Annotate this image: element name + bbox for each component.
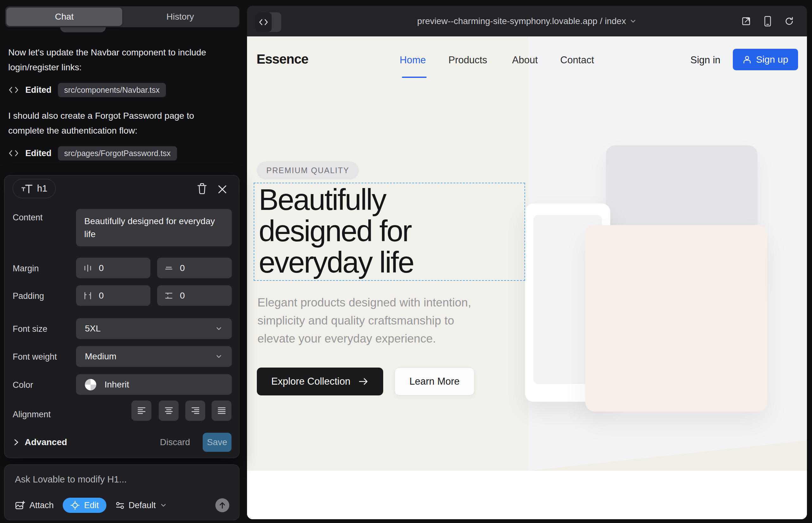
nav-link-contact[interactable]: Contact bbox=[560, 54, 594, 66]
align-center-button[interactable] bbox=[159, 400, 179, 421]
edited-file-row: Edited src/components/Navbar.tsx bbox=[8, 83, 166, 97]
chevron-down-icon bbox=[629, 17, 637, 25]
element-editor-panel: h1 Content Beautifully designed for ever… bbox=[4, 175, 240, 458]
code-icon bbox=[8, 148, 19, 158]
attach-button[interactable]: Attach bbox=[15, 500, 54, 510]
margin-vertical-input[interactable]: 0 bbox=[157, 258, 232, 278]
font-weight-label: Font weight bbox=[13, 352, 57, 362]
hero-paragraph-line: Elegant products designed with intention… bbox=[258, 293, 471, 311]
align-justify-button[interactable] bbox=[212, 400, 231, 421]
chat-composer: Ask Lovable to modify H1... Attach Edit … bbox=[4, 465, 240, 520]
send-button[interactable] bbox=[215, 498, 229, 512]
sliders-icon bbox=[115, 501, 125, 510]
nav-link-about[interactable]: About bbox=[512, 54, 538, 66]
content-label: Content bbox=[13, 213, 43, 222]
tab-chat[interactable]: Chat bbox=[6, 7, 122, 26]
active-nav-underline bbox=[402, 77, 427, 78]
advanced-row: Advanced Discard Save bbox=[13, 432, 231, 452]
padding-vertical-value: 0 bbox=[180, 291, 185, 301]
file-chip[interactable]: src/pages/ForgotPassword.tsx bbox=[58, 146, 177, 161]
hero-heading-line: Beautifully bbox=[259, 184, 413, 215]
discard-button[interactable]: Discard bbox=[158, 437, 192, 448]
chevron-down-icon bbox=[215, 325, 223, 333]
edited-label: Edited bbox=[25, 85, 52, 95]
sign-in-link[interactable]: Sign in bbox=[690, 54, 721, 66]
url-text: preview--charming-site-symphony.lovable.… bbox=[417, 16, 626, 26]
edited-label: Edited bbox=[25, 148, 52, 158]
model-default-button[interactable]: Default bbox=[115, 501, 167, 510]
preview-window: preview--charming-site-symphony.lovable.… bbox=[247, 6, 807, 519]
learn-more-button[interactable]: Learn More bbox=[394, 367, 474, 395]
refresh-button[interactable] bbox=[783, 15, 796, 28]
align-left-button[interactable] bbox=[131, 400, 152, 421]
open-external-button[interactable] bbox=[740, 15, 753, 28]
hero-paragraph: Elegant products designed with intention… bbox=[258, 293, 471, 348]
font-size-value: 5XL bbox=[85, 324, 101, 334]
margin-vertical-value: 0 bbox=[180, 263, 185, 273]
site-logo[interactable]: Essence bbox=[257, 52, 308, 67]
chevron-down-icon bbox=[215, 353, 223, 361]
file-chip[interactable]: src/components/Navbar.tsx bbox=[58, 83, 166, 97]
composer-input[interactable]: Ask Lovable to modify H1... bbox=[15, 474, 221, 485]
padding-vertical-input[interactable]: 0 bbox=[157, 285, 232, 306]
padding-horizontal-value: 0 bbox=[99, 291, 104, 301]
font-size-select[interactable]: 5XL bbox=[76, 318, 232, 339]
chat-message: Now let's update the Navbar component to… bbox=[8, 45, 232, 75]
attach-image-icon bbox=[15, 500, 25, 510]
margin-horizontal-input[interactable]: 0 bbox=[76, 258, 151, 278]
browser-actions bbox=[740, 6, 796, 36]
chevron-down-icon bbox=[160, 502, 167, 509]
advanced-toggle[interactable]: Advanced bbox=[25, 437, 67, 447]
explore-collection-button[interactable]: Explore Collection bbox=[257, 367, 383, 395]
padding-horizontal-input[interactable]: 0 bbox=[76, 285, 151, 306]
edit-mode-button[interactable]: Edit bbox=[63, 498, 107, 513]
color-select[interactable]: Inherit bbox=[76, 374, 232, 395]
margin-vertical-icon bbox=[164, 264, 174, 273]
delete-element-button[interactable] bbox=[196, 182, 208, 195]
padding-horizontal-icon bbox=[83, 291, 92, 301]
sign-up-button[interactable]: Sign up bbox=[733, 49, 798, 70]
padding-label: Padding bbox=[13, 291, 44, 301]
align-right-button[interactable] bbox=[185, 400, 205, 421]
mobile-view-button[interactable] bbox=[761, 15, 774, 28]
save-button[interactable]: Save bbox=[203, 433, 231, 452]
color-swatch bbox=[85, 379, 96, 390]
close-panel-button[interactable] bbox=[216, 183, 229, 196]
target-icon bbox=[70, 501, 80, 510]
page-next-section bbox=[247, 471, 807, 519]
hero-paragraph-line: elevate your everyday experience. bbox=[258, 329, 471, 348]
arrow-up-icon bbox=[218, 501, 226, 509]
attach-label: Attach bbox=[30, 501, 54, 510]
code-icon bbox=[8, 85, 19, 95]
edit-label: Edit bbox=[84, 501, 99, 510]
composer-toolbar: Attach Edit Default bbox=[15, 497, 229, 513]
nav-link-products[interactable]: Products bbox=[448, 54, 487, 66]
code-view-toggle[interactable] bbox=[255, 12, 281, 32]
chevron-right-icon bbox=[13, 438, 20, 446]
nav-link-home[interactable]: Home bbox=[400, 54, 426, 66]
padding-vertical-icon bbox=[164, 291, 174, 301]
tab-history[interactable]: History bbox=[122, 7, 238, 26]
premium-quality-badge: PREMIUM QUALITY bbox=[257, 161, 359, 180]
preview-browser-bar: preview--charming-site-symphony.lovable.… bbox=[247, 6, 807, 36]
hero-cta-row: Explore Collection Learn More bbox=[257, 367, 474, 395]
text-type-icon bbox=[21, 184, 33, 194]
chat-message: I should also create a Forgot Password p… bbox=[8, 108, 232, 138]
hero-heading-line: everyday life bbox=[259, 247, 413, 278]
font-weight-select[interactable]: Medium bbox=[76, 346, 232, 367]
hero-card-cream bbox=[585, 225, 767, 412]
h1-selection-outline[interactable]: Beautifully designed for everyday life bbox=[254, 183, 525, 281]
selected-element-pill[interactable]: h1 bbox=[13, 179, 56, 198]
color-label: Color bbox=[13, 380, 33, 390]
edited-file-row: Edited src/pages/ForgotPassword.tsx bbox=[8, 146, 177, 160]
element-tag-label: h1 bbox=[37, 183, 47, 194]
content-input[interactable]: Beautifully designed for everyday life bbox=[76, 209, 232, 246]
font-size-label: Font size bbox=[13, 324, 48, 334]
margin-horizontal-value: 0 bbox=[99, 263, 104, 273]
margin-horizontal-icon bbox=[83, 264, 92, 273]
explore-collection-label: Explore Collection bbox=[271, 376, 351, 387]
preview-url[interactable]: preview--charming-site-symphony.lovable.… bbox=[247, 6, 807, 36]
color-value: Inherit bbox=[105, 380, 129, 390]
hero-heading-line: designed for bbox=[259, 215, 413, 247]
alignment-label: Alignment bbox=[13, 410, 51, 419]
